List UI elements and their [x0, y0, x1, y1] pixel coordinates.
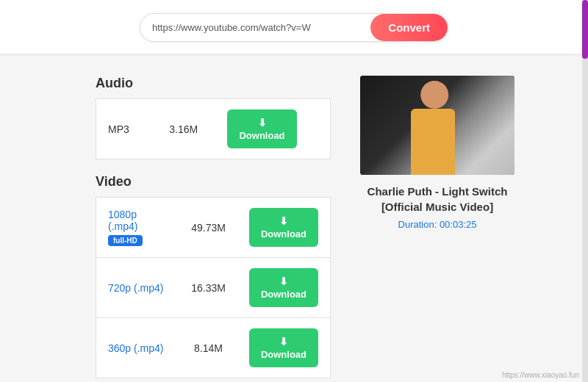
video-format-720p: 720p (.mp4) — [108, 282, 163, 294]
scrollbar-thumb[interactable] — [582, 0, 588, 59]
scrollbar[interactable] — [582, 0, 588, 382]
audio-section-title: Audio — [96, 76, 331, 91]
video-title: Charlie Puth - Light Switch [Official Mu… — [360, 184, 514, 215]
video-download-720p-cell: ⬇ Download — [237, 258, 331, 318]
video-size-720p: 16.33M — [179, 258, 237, 318]
video-section-title: Video — [96, 174, 331, 190]
fullhd-badge: full-HD — [108, 235, 143, 246]
video-title-line1: Charlie Puth - Light Switch — [368, 185, 508, 198]
video-title-line2: [Official Music Video] — [381, 201, 493, 213]
audio-download-cell: ⬇ Download — [215, 99, 330, 159]
video-row-720p: 720p (.mp4) 16.33M ⬇ Download — [96, 258, 331, 318]
video-download-1080p-cell: ⬇ Download — [237, 198, 331, 258]
main-content: Audio MP3 3.16M ⬇ Download Video — [0, 54, 588, 382]
video-row-1080p: 1080p (.mp4) full-HD 49.73M ⬇ Download — [96, 198, 331, 258]
url-input[interactable] — [140, 15, 370, 40]
thumbnail-scene — [360, 76, 514, 175]
download-icon-1080p: ⬇ — [279, 215, 288, 227]
audio-download-label: Download — [239, 130, 284, 141]
video-download-360p-cell: ⬇ Download — [237, 318, 331, 378]
url-input-wrapper: Convert — [140, 13, 448, 42]
video-format-360p-cell: 360p (.mp4) — [96, 318, 180, 378]
video-row-360p: 360p (.mp4) 8.14M ⬇ Download — [96, 318, 331, 378]
video-format-720p-cell: 720p (.mp4) — [96, 258, 180, 318]
video-format-1080p-cell: 1080p (.mp4) full-HD — [96, 198, 180, 258]
video-duration: Duration: 00:03:25 — [360, 219, 514, 230]
convert-button[interactable]: Convert — [370, 14, 448, 41]
video-size-1080p: 49.73M — [179, 198, 237, 258]
audio-format-name: MP3 — [96, 99, 152, 159]
audio-row-mp3: MP3 3.16M ⬇ Download — [96, 99, 331, 159]
video-format-360p: 360p (.mp4) — [108, 342, 163, 354]
video-download-button-720p[interactable]: ⬇ Download — [249, 268, 318, 307]
download-icon-360p: ⬇ — [279, 336, 288, 347]
audio-download-button[interactable]: ⬇ Download — [227, 109, 296, 148]
right-panel: Charlie Puth - Light Switch [Official Mu… — [360, 76, 514, 382]
video-download-button-1080p[interactable]: ⬇ Download — [249, 208, 318, 247]
video-download-label-360p: Download — [261, 349, 306, 360]
video-download-button-360p[interactable]: ⬇ Download — [249, 328, 318, 367]
watermark: https://www.xiaoyao.fun — [502, 371, 579, 379]
top-bar: Convert — [0, 0, 588, 54]
audio-table: MP3 3.16M ⬇ Download — [96, 98, 331, 159]
download-icon-720p: ⬇ — [279, 275, 288, 287]
audio-file-size: 3.16M — [151, 99, 215, 159]
download-icon: ⬇ — [258, 117, 267, 129]
video-format-1080p: 1080p (.mp4) — [108, 209, 137, 232]
video-size-360p: 8.14M — [179, 318, 237, 378]
video-thumbnail — [360, 76, 514, 175]
video-table: 1080p (.mp4) full-HD 49.73M ⬇ Download — [96, 197, 331, 378]
video-download-label-1080p: Download — [261, 228, 306, 239]
left-panel: Audio MP3 3.16M ⬇ Download Video — [96, 76, 331, 382]
video-download-label-720p: Download — [261, 289, 306, 300]
